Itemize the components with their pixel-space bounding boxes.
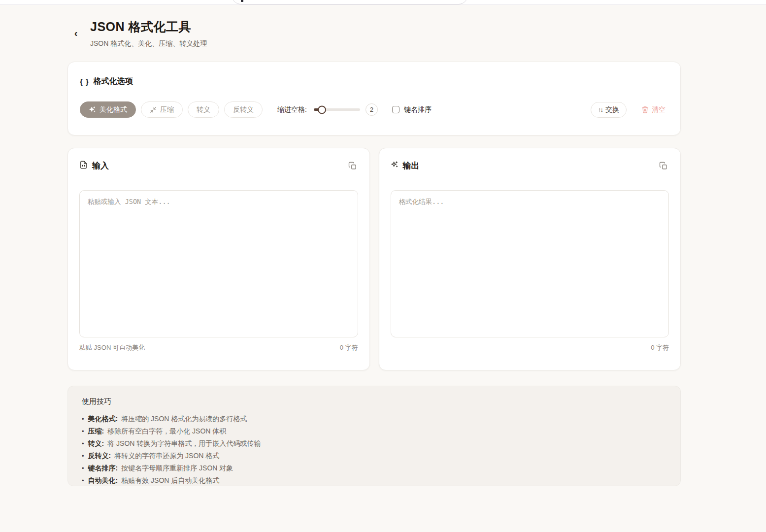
tip-desc: 按键名字母顺序重新排序 JSON 对象	[121, 464, 233, 472]
indent-slider[interactable]	[314, 108, 360, 111]
mode-button-label: 转义	[197, 105, 210, 114]
output-panel-title: 输出	[403, 160, 420, 171]
braces-icon: { }	[80, 77, 89, 86]
tip-item: 压缩:移除所有空白字符，最小化 JSON 体积	[82, 425, 666, 437]
indent-value-badge: 2	[366, 103, 378, 116]
tip-term: 压缩:	[88, 427, 104, 435]
chevron-left-icon: ‹	[74, 28, 78, 38]
input-char-count: 0 字符	[340, 343, 358, 352]
swap-button[interactable]: ↑↓ 交换	[591, 102, 627, 118]
page-header: ‹ JSON 格式化工具 JSON 格式化、美化、压缩、转义处理	[67, 19, 681, 48]
indent-slider-thumb[interactable]	[318, 105, 326, 114]
tip-term: 美化格式:	[88, 415, 118, 423]
page-subtitle: JSON 格式化、美化、压缩、转义处理	[90, 39, 207, 48]
sort-keys-label: 键名排序	[404, 105, 432, 114]
mode-button-label: 反转义	[233, 105, 254, 114]
compress-icon	[150, 106, 157, 113]
options-card-title: { } 格式化选项	[80, 76, 668, 87]
swap-arrows-icon: ↑↓	[598, 106, 602, 113]
search-bar-fragment[interactable]	[232, 0, 468, 4]
input-textarea[interactable]	[79, 190, 358, 337]
output-panel: 输出 0 字符	[379, 148, 681, 370]
tip-term: 转义:	[88, 439, 104, 447]
indent-spaces-label: 缩进空格:	[277, 105, 307, 114]
indent-spaces-control: 缩进空格: 2	[277, 103, 378, 116]
mode-button-escape[interactable]: 转义	[188, 101, 219, 118]
file-json-icon	[79, 161, 88, 171]
tips-card: 使用技巧 美化格式:将压缩的 JSON 格式化为易读的多行格式压缩:移除所有空白…	[67, 386, 681, 486]
search-icon-fragment	[241, 0, 243, 2]
mode-button-label: 压缩	[160, 105, 174, 114]
output-textarea[interactable]	[391, 190, 669, 337]
swap-button-label: 交换	[605, 105, 619, 114]
sparkles-icon	[391, 161, 399, 171]
tip-desc: 将 JSON 转换为字符串格式，用于嵌入代码或传输	[107, 439, 261, 447]
tip-item: 转义:将 JSON 转换为字符串格式，用于嵌入代码或传输	[82, 437, 666, 450]
mode-button-label: 美化格式	[100, 105, 127, 114]
copy-input-button[interactable]	[347, 161, 358, 171]
copy-output-button[interactable]	[658, 161, 669, 171]
tips-title: 使用技巧	[82, 397, 666, 406]
mode-button-unescape[interactable]: 反转义	[224, 101, 263, 118]
tip-term: 自动美化:	[88, 476, 118, 484]
tip-desc: 将压缩的 JSON 格式化为易读的多行格式	[121, 415, 247, 423]
clear-button[interactable]: 清空	[638, 105, 668, 114]
input-panel: 输入 粘贴 JSON 可自动美化 0 字符	[67, 148, 370, 370]
page-title: JSON 格式化工具	[90, 19, 207, 35]
tip-item: 自动美化:粘贴有效 JSON 后自动美化格式	[82, 474, 666, 487]
tip-term: 键名排序:	[88, 464, 118, 472]
clear-button-label: 清空	[652, 105, 666, 114]
top-bar	[0, 0, 766, 5]
copy-icon	[659, 162, 668, 170]
mode-button-beautify[interactable]: 美化格式	[80, 101, 136, 118]
options-title-label: 格式化选项	[94, 76, 133, 87]
tip-item: 键名排序:按键名字母顺序重新排序 JSON 对象	[82, 462, 666, 474]
sparkles-icon	[89, 106, 96, 113]
tip-desc: 将转义的字符串还原为 JSON 格式	[114, 452, 219, 460]
input-hint: 粘贴 JSON 可自动美化	[79, 343, 145, 352]
sort-keys-toggle[interactable]: 键名排序	[392, 105, 432, 114]
copy-icon	[348, 162, 357, 170]
trash-icon	[641, 106, 649, 113]
back-button[interactable]: ‹	[68, 26, 83, 40]
tip-term: 反转义:	[88, 452, 111, 460]
output-char-count: 0 字符	[651, 343, 669, 352]
format-options-card: { } 格式化选项 美化格式	[67, 62, 681, 135]
tips-list: 美化格式:将压缩的 JSON 格式化为易读的多行格式压缩:移除所有空白字符，最小…	[82, 413, 666, 487]
tip-desc: 粘贴有效 JSON 后自动美化格式	[121, 476, 219, 484]
sort-keys-checkbox[interactable]	[392, 106, 400, 113]
input-panel-title: 输入	[92, 160, 109, 171]
mode-button-compress[interactable]: 压缩	[141, 101, 183, 118]
tip-desc: 移除所有空白字符，最小化 JSON 体积	[107, 427, 226, 435]
tip-item: 美化格式:将压缩的 JSON 格式化为易读的多行格式	[82, 413, 666, 425]
tip-item: 反转义:将转义的字符串还原为 JSON 格式	[82, 450, 666, 462]
